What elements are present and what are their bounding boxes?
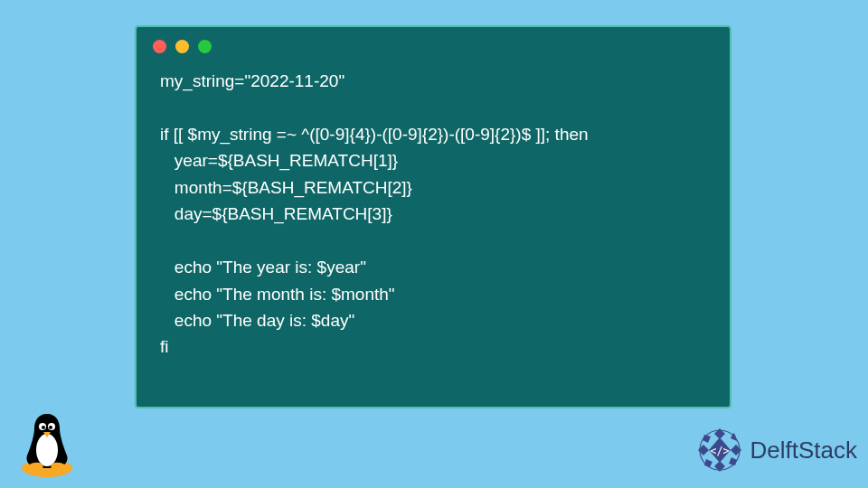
delftstack-brand: </> DelftStack [694,425,858,475]
code-window: my_string="2022-11-20" if [[ $my_string … [135,25,731,408]
linux-tux-icon [16,407,78,479]
svg-point-1 [36,434,58,466]
svg-point-5 [49,426,52,429]
svg-point-4 [42,426,45,429]
close-icon [153,40,166,53]
delftstack-label: DelftStack [750,436,858,465]
maximize-icon [198,40,212,53]
code-content: my_string="2022-11-20" if [[ $my_string … [137,59,730,370]
svg-text:</>: </> [710,445,730,457]
window-traffic-lights [137,27,730,59]
delftstack-logo-icon: </> [694,425,745,475]
minimize-icon [175,40,189,53]
